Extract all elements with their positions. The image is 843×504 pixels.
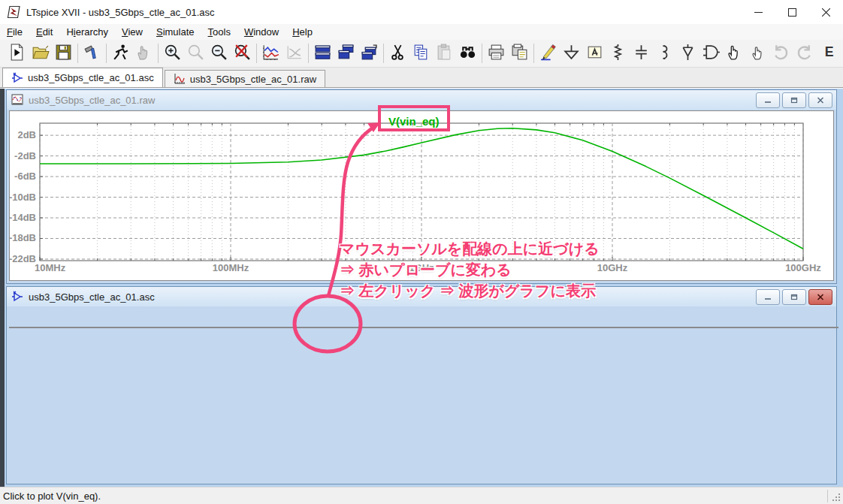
control-panel-button[interactable] [80, 42, 104, 65]
toolbar-separator [106, 44, 107, 63]
zoom-in-icon [163, 43, 182, 65]
waveform-tab-icon [174, 73, 186, 85]
menu-simulate[interactable]: Simulate [150, 25, 201, 39]
run-simulation-icon [111, 43, 130, 65]
maximize-button[interactable] [775, 0, 809, 24]
schematic-window-title: usb3_5Gbps_ctle_ac_01.asc [29, 291, 155, 303]
y-axis-tick-label: -14dB [10, 212, 36, 223]
tile-horizontal-icon [313, 43, 332, 65]
tile-horizontal-button[interactable] [311, 42, 334, 65]
ltspice-logo-icon [6, 5, 21, 20]
print-button[interactable] [485, 42, 508, 65]
menu-edit[interactable]: Edit [29, 25, 59, 39]
save-icon [54, 43, 73, 65]
zoom-out-button[interactable] [207, 42, 231, 65]
place-ground-button[interactable] [560, 42, 583, 65]
plot-canvas[interactable]: 2dB-2dB-6dB-10dB-14dB-18dB-22dB10MHz100M… [10, 111, 834, 281]
place-inductor-button[interactable] [653, 42, 676, 65]
schematic-canvas[interactable]: V1 AC 1 0 E1 vout vin_eq .ac dec 100 10M… [9, 327, 838, 328]
x-axis-tick-label: 10MHz [35, 262, 66, 273]
y-axis-tick-label: -2dB [14, 150, 36, 161]
autorange-y-axis-button[interactable] [259, 42, 283, 65]
schematic-close-button[interactable] [808, 289, 832, 305]
cascade-windows-button[interactable] [358, 42, 381, 65]
toolbar-separator [383, 44, 384, 63]
menu-tools[interactable]: Tools [201, 25, 237, 39]
y-axis-tick-label: -22dB [10, 253, 36, 264]
waveform-minimize-button[interactable] [756, 92, 780, 108]
schematic-drawing [10, 327, 835, 328]
resize-grip[interactable] [832, 493, 841, 502]
zoom-in-button[interactable] [161, 42, 184, 65]
schematic-minimize-button[interactable] [756, 289, 780, 305]
new-schematic-button[interactable] [5, 42, 29, 65]
tab-schematic[interactable]: usb3_5Gbps_ctle_ac_01.asc [2, 68, 163, 87]
status-message: Click to plot V(vin_eq). [3, 490, 101, 502]
draw-wire-icon [539, 43, 557, 65]
schematic-window: usb3_5Gbps_ctle_ac_01.asc [6, 286, 837, 484]
y-axis-tick-label: -18dB [10, 232, 36, 243]
place-inductor-icon [655, 43, 674, 65]
redo-button [793, 42, 816, 65]
drag-button[interactable] [746, 42, 769, 65]
clipped-edge-icon: E [818, 43, 837, 65]
menu-help[interactable]: Help [286, 25, 319, 39]
print-preview-button[interactable] [508, 42, 531, 65]
copy-button[interactable] [409, 42, 433, 65]
menu-hierarchy[interactable]: Hierarchy [59, 25, 115, 39]
place-capacitor-button[interactable] [630, 42, 653, 65]
place-component-button[interactable] [699, 42, 723, 65]
draw-wire-button[interactable] [536, 42, 560, 65]
waveform-window-icon [11, 94, 23, 106]
save-button[interactable] [52, 42, 75, 65]
plot-settings-icon [285, 43, 304, 65]
cut-button[interactable] [386, 42, 409, 65]
menubar: FileEditHierarchyViewSimulateToolsWindow… [0, 24, 843, 40]
move-icon [725, 43, 744, 65]
undo-button [769, 42, 793, 65]
y-axis-tick-label: -6dB [14, 171, 36, 182]
place-resistor-button[interactable] [606, 42, 630, 65]
trace-label[interactable]: V(vin_eq) [388, 115, 440, 128]
minimize-button[interactable] [742, 0, 775, 24]
status-separator [827, 490, 828, 502]
x-axis-tick-label: 100MHz [213, 262, 249, 273]
plot-settings-button [283, 42, 306, 65]
place-diode-button[interactable] [676, 42, 699, 65]
clipped-edge-button[interactable]: E [816, 42, 839, 65]
tile-vertical-icon [337, 43, 355, 65]
place-ground-icon [562, 43, 581, 65]
place-net-label-button[interactable] [583, 42, 606, 65]
menu-window[interactable]: Window [237, 25, 286, 39]
close-button[interactable] [809, 0, 843, 24]
place-capacitor-icon [632, 43, 651, 65]
y-axis-tick-label: -10dB [10, 192, 36, 203]
main-titlebar[interactable]: LTspice XVII - usb3_5Gbps_ctle_ac_01.asc [0, 0, 843, 24]
tile-vertical-button[interactable] [334, 42, 358, 65]
waveform-close-button[interactable] [808, 92, 832, 108]
waveform-window-title: usb3_5Gbps_ctle_ac_01.raw [29, 95, 155, 106]
zoom-full-extents-button[interactable] [231, 42, 254, 65]
menu-file[interactable]: File [0, 25, 29, 39]
open-file-button[interactable] [29, 42, 52, 65]
y-axis-tick-label: 2dB [17, 129, 36, 140]
paste-icon [435, 43, 454, 65]
menu-view[interactable]: View [115, 25, 150, 39]
find-button[interactable] [456, 42, 479, 65]
waveform-window-titlebar[interactable]: usb3_5Gbps_ctle_ac_01.raw [7, 90, 836, 110]
place-component-icon [702, 43, 721, 65]
autorange-y-axis-icon [261, 43, 280, 65]
move-button[interactable] [723, 42, 746, 65]
paste-button [433, 42, 456, 65]
copy-icon [412, 43, 431, 65]
halt-simulation-button [132, 42, 156, 65]
run-simulation-button[interactable] [109, 42, 132, 65]
schematic-restore-button[interactable] [782, 289, 806, 305]
waveform-plot-pane[interactable]: 2dB-2dB-6dB-10dB-14dB-18dB-22dB10MHz100M… [9, 110, 834, 281]
waveform-restore-button[interactable] [782, 92, 806, 108]
schematic-window-titlebar[interactable]: usb3_5Gbps_ctle_ac_01.asc [7, 287, 836, 306]
toolbar-separator [77, 44, 78, 63]
control-panel-icon [83, 43, 101, 65]
tab-waveform[interactable]: usb3_5Gbps_ctle_ac_01.raw [165, 70, 325, 87]
tabbar: usb3_5Gbps_ctle_ac_01.asc usb3_5Gbps_ctl… [0, 68, 843, 88]
